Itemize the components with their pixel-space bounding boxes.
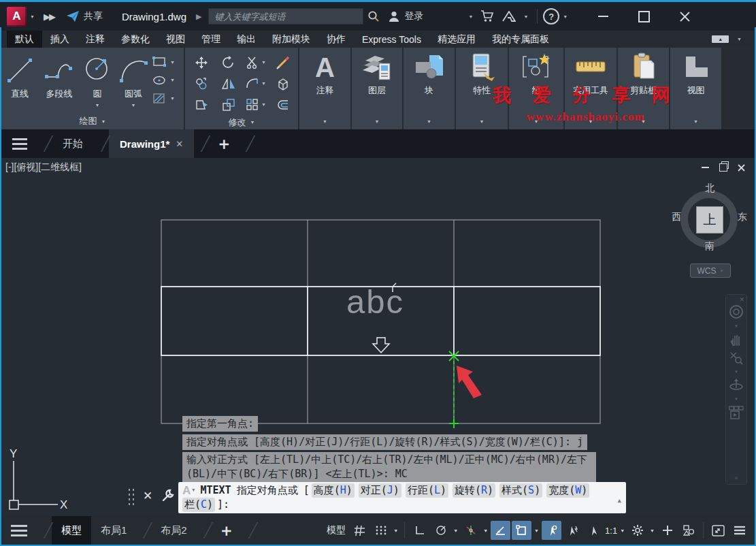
osnap-caret-icon[interactable]: ▼	[534, 528, 539, 533]
option-height[interactable]: 高度(H)	[312, 483, 355, 498]
ribbon-minimize-icon[interactable]: ▲	[712, 35, 729, 43]
viewcube-top-face[interactable]: 上	[696, 206, 723, 234]
mtext-content[interactable]: abc	[346, 283, 404, 321]
clipboard-panel-footer[interactable]: ▼	[618, 113, 669, 129]
annotation-visibility-toggle[interactable]	[542, 521, 561, 540]
sign-in-button[interactable]: 登录	[388, 10, 423, 22]
option-columns[interactable]: 栏(C)	[182, 498, 215, 512]
new-layout-button[interactable]: ＋	[212, 519, 242, 541]
line-tool[interactable]: 直线	[1, 48, 38, 113]
ribbon-tab-collaborate[interactable]: 协作	[318, 31, 354, 48]
object-snap-tracking-toggle[interactable]	[491, 521, 510, 540]
stretch-icon[interactable]	[195, 98, 208, 112]
app-menu-caret-icon[interactable]: ▼	[30, 14, 35, 19]
clean-screen-button[interactable]	[708, 521, 728, 540]
navbar-more-icon[interactable]: ⊖	[734, 475, 738, 480]
ribbon-tab-annotate[interactable]: 注释	[78, 31, 113, 48]
orbit-icon[interactable]	[729, 379, 744, 392]
trim-tool[interactable]: ▼	[246, 56, 266, 69]
annotation-panel-footer[interactable]: ▼	[299, 113, 350, 129]
groups-panel-footer[interactable]: ▼	[509, 113, 563, 129]
groups-button[interactable]: 组	[509, 48, 563, 113]
file-tab-menu-icon[interactable]	[12, 138, 27, 150]
block-button[interactable]: 块	[404, 48, 455, 113]
drawing-restore-icon[interactable]	[719, 163, 727, 172]
maximize-icon[interactable]	[638, 11, 650, 22]
copy-icon[interactable]	[195, 77, 208, 91]
share-button[interactable]: 共享	[67, 10, 103, 22]
ribbon-tab-my-panel[interactable]: 我的专属面板	[484, 31, 557, 48]
command-line[interactable]: A ▼ MTEXT 指定对角点或 [ 高度(H) 对正(J) 行距(L) 旋转(…	[178, 482, 626, 513]
circle-caret-icon[interactable]: ▼	[95, 103, 100, 108]
ribbon-tab-output[interactable]: 输出	[229, 31, 264, 48]
array-tool[interactable]: ▼	[246, 98, 266, 112]
viewcube-east[interactable]: 东	[738, 211, 747, 223]
view-button[interactable]: 视图	[670, 48, 721, 113]
command-recent-caret-icon[interactable]: ▼	[192, 483, 195, 498]
option-style[interactable]: 样式(S)	[499, 483, 542, 498]
quick-access-expand-icon[interactable]: ▶▶	[44, 12, 54, 22]
ribbon-tab-featured-apps[interactable]: 精选应用	[429, 31, 484, 48]
erase-icon[interactable]	[276, 56, 290, 69]
snap-caret-icon[interactable]: ▼	[393, 528, 398, 533]
properties-panel-footer[interactable]: ▼	[456, 113, 508, 129]
help-button[interactable]: ?	[543, 8, 559, 25]
polyline-tool[interactable]: 多段线	[38, 48, 80, 113]
minimize-icon[interactable]	[598, 16, 608, 17]
scale-value[interactable]: 1:1	[605, 526, 617, 536]
ribbon-tab-parametric[interactable]: 参数化	[113, 31, 158, 48]
close-icon[interactable]	[680, 12, 690, 22]
viewport-controls-label[interactable]: [-][俯视][二维线框]	[5, 161, 82, 174]
annotation-button[interactable]: A 注释	[299, 48, 350, 113]
hatch-caret-icon[interactable]: ▼	[170, 96, 175, 101]
showmotion-icon[interactable]	[729, 406, 744, 419]
option-width[interactable]: 宽度(W)	[546, 483, 589, 498]
properties-button[interactable]: 特性	[456, 48, 508, 113]
ribbon-tab-view[interactable]: 视图	[158, 31, 193, 48]
viewcube-south[interactable]: 南	[705, 240, 714, 253]
ribbon-tab-manage[interactable]: 管理	[193, 31, 229, 48]
orbit-caret-icon[interactable]: ▼	[734, 397, 738, 401]
rotate-icon[interactable]	[222, 56, 235, 69]
move-icon[interactable]	[195, 56, 208, 69]
ribbon-tab-default[interactable]: 默认	[7, 31, 42, 48]
tab-model[interactable]: 模型	[52, 516, 91, 545]
isodraft-toggle[interactable]	[461, 521, 480, 540]
layout-menu-icon[interactable]	[11, 525, 27, 536]
command-drag-grip[interactable]	[127, 486, 135, 505]
command-close-icon[interactable]: ✕	[143, 489, 152, 503]
ribbon-tab-express-tools[interactable]: Express Tools	[354, 31, 429, 48]
rectangle-tool[interactable]: ▼	[152, 57, 175, 67]
help-caret-icon[interactable]: ▼	[563, 14, 568, 19]
mirror-icon[interactable]	[222, 77, 235, 91]
navigation-wheel-icon[interactable]	[729, 304, 744, 319]
zoom-caret-icon[interactable]: ▼	[734, 370, 738, 374]
gear-caret-icon[interactable]: ▼	[650, 528, 655, 533]
annotation-autoscale-toggle[interactable]	[563, 521, 582, 540]
viewcube[interactable]: 北 西 东 南 上	[678, 185, 741, 248]
option-rotation[interactable]: 旋转(R)	[453, 483, 495, 498]
snap-toggle[interactable]	[371, 521, 391, 540]
drawing-minimize-icon[interactable]	[702, 167, 709, 168]
viewcube-west[interactable]: 西	[672, 211, 681, 223]
rectangle-caret-icon[interactable]: ▼	[170, 60, 175, 65]
layers-button[interactable]: 图层	[352, 48, 402, 113]
draw-panel-footer[interactable]: 绘图 ▼	[1, 113, 184, 129]
isolate-objects-button[interactable]	[678, 521, 698, 540]
ribbon-minimize-caret-icon[interactable]: ▼	[737, 37, 742, 42]
offset-icon[interactable]	[276, 98, 290, 112]
table-grid[interactable]	[161, 220, 600, 423]
scale-icon[interactable]	[222, 98, 235, 112]
hatch-tool[interactable]: ▼	[152, 93, 175, 104]
option-linespacing[interactable]: 行距(L)	[406, 483, 448, 498]
modify-panel-footer[interactable]: 修改 ▼	[185, 115, 298, 129]
utilities-button[interactable]: 实用工具	[565, 48, 617, 113]
ellipse-caret-icon[interactable]: ▼	[170, 78, 175, 82]
command-customize-wrench-icon[interactable]	[161, 488, 176, 503]
arc-caret-icon[interactable]: ▼	[131, 103, 136, 108]
ortho-toggle[interactable]	[410, 521, 429, 540]
file-tab-start[interactable]: 开始	[52, 129, 94, 158]
3d-box-icon[interactable]	[276, 77, 290, 91]
polar-toggle[interactable]	[431, 521, 450, 540]
search-button[interactable]	[367, 10, 380, 22]
